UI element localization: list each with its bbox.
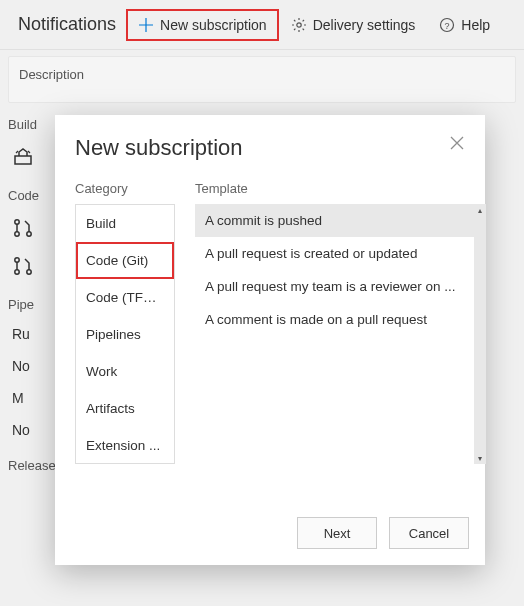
category-list: Build Code (Git) Code (TFVC) Pipelines W… <box>75 204 175 464</box>
chevron-up-icon: ▴ <box>474 204 486 216</box>
template-pr-reviewer[interactable]: A pull request my team is a reviewer on … <box>195 270 485 303</box>
template-list: A commit is pushed A pull request is cre… <box>195 204 485 464</box>
notifications-toolbar: Notifications New subscription Delivery … <box>0 0 524 50</box>
chevron-down-icon: ▾ <box>474 452 486 464</box>
category-work[interactable]: Work <box>76 353 174 390</box>
category-column-header: Category <box>75 181 175 196</box>
help-icon: ? <box>439 17 455 33</box>
close-button[interactable] <box>449 135 465 151</box>
category-build[interactable]: Build <box>76 205 174 242</box>
new-subscription-button[interactable]: New subscription <box>126 9 279 41</box>
plus-icon <box>138 17 154 33</box>
close-icon <box>449 135 465 151</box>
svg-point-8 <box>15 270 19 274</box>
dialog-title: New subscription <box>75 135 243 161</box>
list-item-text: M <box>12 390 24 406</box>
new-subscription-label: New subscription <box>160 17 267 33</box>
delivery-settings-label: Delivery settings <box>313 17 416 33</box>
page-title: Notifications <box>8 14 126 35</box>
svg-point-5 <box>15 232 19 236</box>
delivery-settings-button[interactable]: Delivery settings <box>279 9 428 41</box>
template-column-header: Template <box>195 181 485 196</box>
list-item-text: No <box>12 358 30 374</box>
template-pr-created[interactable]: A pull request is created or updated <box>195 237 485 270</box>
pull-request-icon <box>12 255 34 277</box>
svg-point-6 <box>27 232 31 236</box>
list-item-text: Ru <box>12 326 30 342</box>
svg-point-9 <box>27 270 31 274</box>
list-item-text: No <box>12 422 30 438</box>
svg-point-4 <box>15 220 19 224</box>
help-button[interactable]: ? Help <box>427 9 502 41</box>
svg-rect-3 <box>15 156 31 164</box>
gear-icon <box>291 17 307 33</box>
category-artifacts[interactable]: Artifacts <box>76 390 174 427</box>
svg-point-7 <box>15 258 19 262</box>
svg-point-0 <box>296 22 300 26</box>
svg-text:?: ? <box>445 20 450 30</box>
new-subscription-dialog: New subscription Category Build Code (Gi… <box>55 115 485 565</box>
template-pr-comment[interactable]: A comment is made on a pull request <box>195 303 485 336</box>
cancel-button[interactable]: Cancel <box>389 517 469 549</box>
help-label: Help <box>461 17 490 33</box>
template-scrollbar[interactable]: ▴ ▾ <box>474 204 486 464</box>
category-extension[interactable]: Extension ... <box>76 427 174 464</box>
category-pipelines[interactable]: Pipelines <box>76 316 174 353</box>
category-code-git[interactable]: Code (Git) <box>76 242 174 279</box>
category-code-tfvc[interactable]: Code (TFVC) <box>76 279 174 316</box>
next-button[interactable]: Next <box>297 517 377 549</box>
template-commit-pushed[interactable]: A commit is pushed <box>195 204 485 237</box>
description-header: Description <box>9 57 515 102</box>
build-icon <box>12 146 34 168</box>
pull-request-icon <box>12 217 34 239</box>
